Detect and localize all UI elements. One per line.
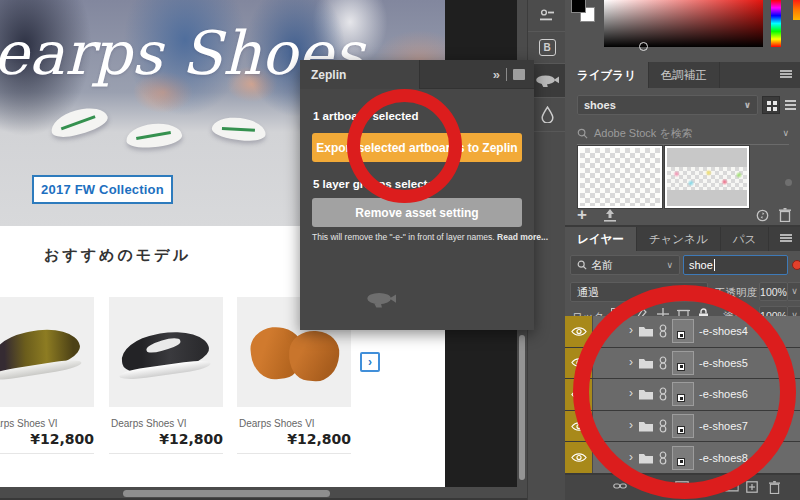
carousel-next-button[interactable]: › (360, 352, 380, 372)
chevron-down-icon: ∨ (666, 261, 673, 270)
product-image (0, 297, 94, 407)
divider (0, 453, 94, 454)
filter-query: shoe (689, 259, 713, 271)
panel-menu-icon[interactable] (780, 70, 792, 72)
text-caret (714, 259, 715, 271)
divider (506, 68, 507, 81)
annotation-circle-layers (573, 285, 796, 499)
layers-tabbar: レイヤー チャンネル パス (565, 227, 800, 251)
tab-channels[interactable]: チャンネル (637, 227, 721, 251)
tab-paths[interactable]: パス (721, 227, 770, 251)
product-name: Dearps Shoes VI (237, 418, 351, 429)
collection-name: shoes (584, 99, 616, 111)
hero-sneaker (125, 121, 183, 150)
add-asset-button[interactable]: + (577, 205, 587, 225)
opacity-dropdown[interactable]: ∨ (788, 282, 800, 301)
list-view-button[interactable] (781, 96, 799, 114)
grid-icon (767, 101, 771, 105)
library-panel: ライブラリ 色調補正 shoes ∨ Adobe Stock を検索 (565, 55, 800, 227)
sliders-icon (538, 9, 556, 23)
search-placeholder: Adobe Stock を検索 (594, 126, 693, 141)
remove-asset-button[interactable]: Remove asset setting (312, 198, 522, 227)
foreground-color-swatch[interactable] (571, 0, 586, 13)
grid-view-button[interactable] (762, 96, 780, 114)
creative-cloud-sync-icon[interactable] (755, 209, 770, 222)
trash-icon[interactable] (779, 208, 791, 222)
layer-filter-row: 名前 ∨ shoe (565, 251, 800, 279)
section-title: おすすめのモデル (44, 246, 191, 265)
product-price: ¥12,800 (237, 431, 351, 447)
panel-menu-icon[interactable] (513, 69, 525, 80)
zeplin-watermark-icon (366, 290, 396, 310)
droplet-icon (541, 106, 554, 123)
adjustments-panel-icon[interactable] (528, 0, 566, 32)
list-icon (785, 100, 796, 102)
chevron-down-icon: ∨ (791, 287, 798, 296)
color-field[interactable] (604, 0, 763, 47)
eye-icon (571, 452, 587, 463)
filter-active-toggle[interactable] (792, 260, 800, 270)
delete-layer-icon[interactable] (769, 481, 780, 494)
filter-type-select[interactable]: 名前 ∨ (570, 255, 680, 275)
tab-layers[interactable]: レイヤー (565, 227, 637, 251)
upload-icon[interactable] (603, 209, 617, 222)
zeplin-tab[interactable]: Zeplin (300, 60, 420, 89)
product-card[interactable]: Dearps Shoes VI ¥12,800 (109, 297, 223, 454)
vertical-scrollbar-thumb[interactable] (519, 335, 525, 480)
collection-button[interactable]: 2017 FW Collection (32, 175, 173, 204)
photoshop-workspace: Dearps Shoes 2017 FW Collection おすすめのモデル… (0, 0, 800, 500)
divider (109, 453, 223, 454)
product-price: ¥12,800 (109, 431, 223, 447)
chevron-right-icon: › (368, 356, 372, 368)
read-more-link[interactable]: Read more... (497, 232, 548, 242)
zeplin-panel-header: Zeplin » (300, 60, 534, 89)
panel-menu-icon[interactable] (780, 234, 792, 236)
layer-filter-input[interactable]: shoe (683, 255, 788, 275)
search-icon (577, 260, 587, 270)
product-name: Dearps Shoes VI (0, 418, 94, 429)
library-collection-select[interactable]: shoes ∨ (577, 95, 758, 115)
filter-type-label: 名前 (591, 258, 613, 273)
chevron-down-icon: ∨ (782, 129, 789, 138)
hero-sneaker (211, 115, 267, 143)
blend-mode-label: 通過 (577, 285, 599, 300)
chevron-down-icon: ∨ (744, 101, 751, 110)
eye-icon (571, 326, 587, 337)
library-tabbar: ライブラリ 色調補正 (565, 62, 800, 88)
divider (237, 453, 351, 454)
library-asset-thumbnail[interactable] (578, 146, 662, 208)
adobe-stock-search[interactable]: Adobe Stock を検索 ∨ (577, 123, 789, 145)
product-image (109, 297, 223, 407)
horizontal-scrollbar-thumb[interactable] (123, 490, 330, 497)
shoe-sole-graphic (287, 329, 340, 382)
search-icon (577, 128, 588, 139)
tab-adjustments[interactable]: 色調補正 (649, 62, 720, 88)
library-asset-thumbnail[interactable] (665, 146, 749, 208)
current-color-swatch (793, 0, 800, 20)
product-name: Dearps Shoes VI (109, 418, 223, 429)
horizontal-scrollbar[interactable] (0, 487, 527, 500)
color-panel (565, 0, 800, 55)
hero-sneaker (48, 102, 110, 141)
opacity-value[interactable]: 100% (759, 282, 788, 301)
product-price: ¥12,800 (0, 431, 94, 447)
tab-library[interactable]: ライブラリ (565, 62, 649, 88)
new-layer-icon[interactable] (746, 481, 758, 493)
zeppelin-icon (535, 73, 559, 89)
hue-slider[interactable] (771, 0, 781, 47)
annotation-circle-export (347, 89, 462, 203)
scroll-indicator (785, 179, 792, 186)
remove-note: This will remove the "-e-" in front of l… (312, 232, 524, 242)
product-card[interactable]: Dearps Shoes VI ¥12,800 (0, 297, 94, 454)
asset-preview (667, 167, 747, 190)
library-footer: + (565, 207, 800, 227)
color-field-cursor[interactable] (639, 42, 648, 51)
note-text: This will remove the "-e-" in front of l… (312, 232, 497, 242)
collapse-panel-icon[interactable]: » (493, 67, 500, 82)
